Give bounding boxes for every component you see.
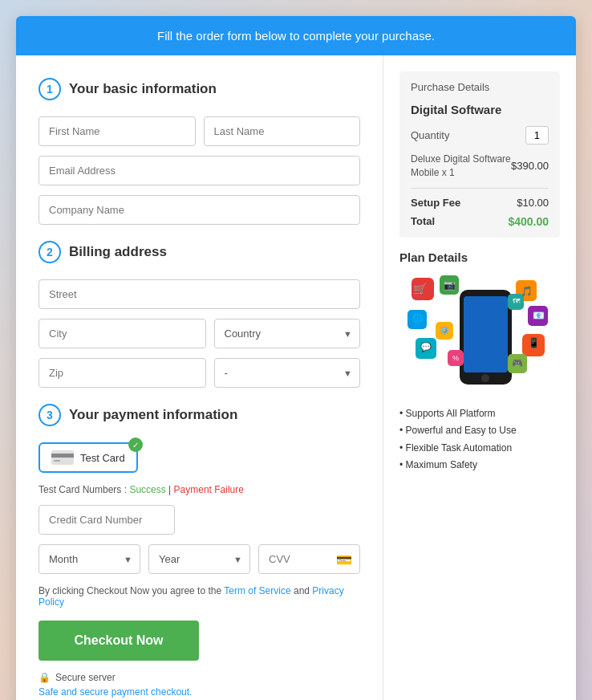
city-input[interactable] (39, 319, 206, 348)
feature-3: Flexible Task Automation (399, 440, 560, 458)
setup-fee-label: Setup Fee (411, 197, 460, 209)
svg-text:📱: 📱 (528, 336, 540, 348)
email-input[interactable] (39, 156, 360, 185)
credit-card-input[interactable] (39, 505, 175, 535)
product-price: $390.00 (511, 160, 549, 172)
feature-2: Powerful and Easy to Use (399, 422, 560, 440)
main-card: Fill the order form below to complete yo… (16, 16, 576, 700)
terms-and: and (294, 585, 310, 596)
secure-label: Secure server (55, 672, 116, 683)
payment-methods: ✓ Test Card (39, 442, 360, 473)
phone-illustration: 🛒 📷 🎵 📧 🌐 📱 💬 ⚙️ 🗺 % 🎮 (399, 274, 560, 394)
svg-rect-4 (464, 296, 508, 372)
svg-rect-1 (51, 454, 74, 458)
svg-text:%: % (452, 354, 459, 362)
last-name-input[interactable] (204, 116, 361, 146)
setup-fee-value: $10.00 (517, 197, 549, 209)
right-panel: Purchase Details Digital Software Quanti… (383, 55, 576, 700)
test-card-numbers: Test Card Numbers : Success | Payment Fa… (39, 484, 360, 495)
safe-text: Safe and secure payment checkout. (39, 686, 360, 698)
section3-title: Your payment information (69, 407, 237, 423)
credit-card-row (39, 505, 360, 535)
terms-prefix: By clicking Checkout Now you agree to th… (39, 585, 221, 596)
total-label: Total (411, 215, 435, 228)
street-input[interactable] (39, 279, 360, 309)
state-select[interactable]: - (214, 358, 361, 388)
zip-state-row: - ▼ (39, 358, 360, 388)
street-row (39, 279, 360, 309)
email-row (39, 156, 360, 185)
svg-text:🗺: 🗺 (513, 297, 521, 305)
month-select[interactable]: Month 010203 040506 070809 101112 (39, 544, 140, 574)
plan-details-title: Plan Details (399, 250, 560, 264)
lock-icon: 🔒 (39, 672, 51, 683)
total-row: Total $400.00 (411, 215, 549, 228)
step2-circle: 2 (39, 241, 61, 263)
failure-link[interactable]: Payment Failure (174, 484, 244, 495)
content-area: 1 Your basic information 2 Billing addre… (16, 55, 576, 700)
name-row (39, 116, 360, 146)
first-name-input[interactable] (39, 116, 196, 146)
section2-heading: 2 Billing address (39, 241, 360, 263)
cvv-row: Month 010203 040506 070809 101112 ▼ Year… (39, 544, 360, 574)
card-payment-button[interactable]: ✓ Test Card (39, 442, 138, 473)
secure-server: 🔒 Secure server (39, 672, 360, 683)
purchase-details-title: Purchase Details (411, 81, 549, 93)
banner-text: Fill the order form below to complete yo… (157, 29, 435, 43)
section1-heading: 1 Your basic information (39, 78, 360, 100)
month-select-wrap: Month 010203 040506 070809 101112 ▼ (39, 544, 140, 574)
total-value: $400.00 (508, 215, 549, 228)
svg-text:🛒: 🛒 (413, 283, 428, 296)
feature-4: Maximum Safety (399, 457, 560, 474)
svg-text:💬: 💬 (420, 341, 432, 352)
quantity-label: Quantity (411, 129, 449, 141)
svg-text:🎮: 🎮 (512, 357, 523, 368)
test-card-label: Test Card Numbers : (39, 484, 127, 495)
product-row: Deluxe Digital Software Mobile x 1 $390.… (411, 153, 549, 180)
success-link[interactable]: Success (129, 484, 165, 495)
plan-features: Supports All Platform Powerful and Easy … (399, 405, 560, 474)
city-country-row: Country United States United Kingdom Can… (39, 319, 360, 348)
product-name: Deluxe Digital Software Mobile x 1 (411, 153, 511, 180)
section2-title: Billing address (69, 244, 167, 260)
step1-circle: 1 (39, 78, 61, 100)
quantity-row: Quantity 1 (411, 126, 549, 144)
product-title: Digital Software (411, 103, 549, 116)
svg-text:🌐: 🌐 (412, 312, 424, 324)
step3-circle: 3 (39, 404, 61, 426)
company-row (39, 195, 360, 225)
card-label: Test Card (80, 452, 125, 464)
year-select[interactable]: Year 202420252026 202720282029 (148, 544, 250, 574)
separator: | (168, 484, 171, 495)
phone-svg: 🛒 📷 🎵 📧 🌐 📱 💬 ⚙️ 🗺 % 🎮 (403, 274, 556, 394)
section3-heading: 3 Your payment information (39, 404, 360, 426)
year-select-wrap: Year 202420252026 202720282029 ▼ (148, 544, 250, 574)
svg-text:📷: 📷 (444, 279, 456, 291)
divider (411, 188, 549, 189)
svg-rect-2 (54, 460, 60, 462)
cvv-wrap: 💳 (258, 544, 360, 574)
country-select-wrap: Country United States United Kingdom Can… (214, 319, 361, 348)
company-name-input[interactable] (39, 195, 360, 225)
svg-text:🎵: 🎵 (521, 285, 533, 297)
country-select[interactable]: Country United States United Kingdom Can… (214, 319, 361, 348)
svg-text:⚙️: ⚙️ (440, 325, 450, 336)
svg-point-5 (481, 374, 489, 382)
section1-title: Your basic information (69, 81, 217, 97)
checkout-button[interactable]: Checkout Now (39, 621, 199, 661)
feature-1: Supports All Platform (399, 405, 560, 423)
purchase-details-box: Purchase Details Digital Software Quanti… (399, 71, 560, 238)
credit-card-icon (51, 450, 74, 465)
tos-link[interactable]: Term of Service (224, 585, 290, 596)
setup-row: Setup Fee $10.00 (411, 197, 549, 209)
svg-text:📧: 📧 (533, 309, 545, 321)
state-select-wrap: - ▼ (214, 358, 361, 388)
quantity-value: 1 (525, 126, 549, 144)
left-panel: 1 Your basic information 2 Billing addre… (16, 55, 383, 700)
zip-input[interactable] (39, 358, 206, 388)
cvv-card-icon: 💳 (336, 551, 352, 567)
top-banner: Fill the order form below to complete yo… (16, 16, 576, 55)
terms-text: By clicking Checkout Now you agree to th… (39, 585, 360, 608)
selected-check-icon: ✓ (128, 438, 143, 452)
